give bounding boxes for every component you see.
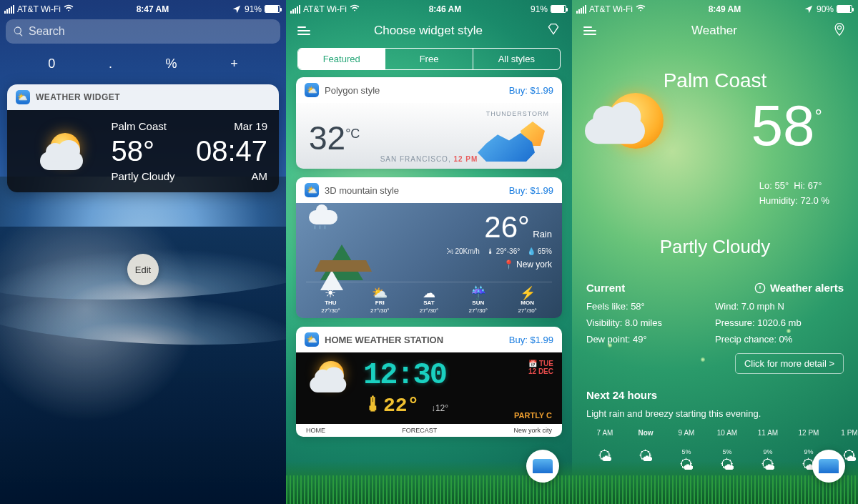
app-icon: ⛅ bbox=[16, 90, 30, 104]
basket-icon bbox=[533, 459, 553, 473]
location-label: SAN FRANCISCO, 12 PM bbox=[380, 155, 478, 163]
app-icon: ⛅ bbox=[305, 183, 319, 197]
search-input[interactable]: Search bbox=[6, 19, 280, 44]
current-block: Current Weather alerts Feels like: 58° W… bbox=[572, 282, 858, 374]
status-time: 8:46 AM bbox=[429, 4, 462, 14]
style-name: Polygon style bbox=[325, 85, 380, 96]
detail-grid: Feels like: 58° Wind: 7.0 mph N Visibili… bbox=[586, 301, 844, 345]
app-icon: ⛅ bbox=[305, 332, 319, 347]
hour-item: 9 AM5%🌤 bbox=[668, 429, 705, 473]
wifi-icon bbox=[636, 3, 646, 15]
next-24-subtitle: Light rain and breezy starting this even… bbox=[586, 408, 844, 419]
status-bar: AT&T Wi-Fi 8:46 AM 91% bbox=[286, 0, 572, 16]
style-card-home-station[interactable]: ⛅HOME WEATHER STATION Buy: $1.99 12:30 🌡… bbox=[296, 327, 562, 437]
hour-item: 7 AM🌤 bbox=[586, 429, 623, 473]
control-row: 0 . % + bbox=[0, 46, 286, 84]
status-bar: AT&T Wi-Fi 8:49 AM 90% bbox=[572, 0, 858, 16]
next-24-heading: Next 24 hours bbox=[586, 389, 844, 401]
signal-icon bbox=[4, 5, 14, 14]
search-placeholder: Search bbox=[29, 25, 65, 38]
date-label: Mar 19 bbox=[175, 120, 267, 132]
city-label: Palm Coast bbox=[572, 69, 858, 92]
signal-icon bbox=[576, 5, 586, 14]
buy-link[interactable]: Buy: $1.99 bbox=[509, 185, 553, 196]
tab-free[interactable]: Free bbox=[385, 49, 473, 69]
wind: Wind: 7.0 mph N bbox=[715, 301, 844, 312]
more-detail-button[interactable]: Click for more detail > bbox=[735, 353, 844, 374]
style-card-polygon[interactable]: ⛅Polygon style Buy: $1.99 32°C THUNDERST… bbox=[296, 77, 562, 169]
wifi-icon bbox=[350, 3, 360, 15]
temperature: 32°C bbox=[309, 119, 360, 157]
style-name: HOME WEATHER STATION bbox=[325, 335, 443, 345]
location-pin-icon[interactable] bbox=[832, 22, 847, 39]
date-column: 📅 TUE 12 DEC bbox=[528, 360, 553, 375]
style-footer: HOME FORECAST New york city bbox=[296, 424, 562, 437]
segment-control: Featured Free All styles bbox=[297, 48, 561, 70]
screen-weather-detail: AT&T Wi-Fi 8:49 AM 90% Weather Palm Coas… bbox=[572, 0, 858, 504]
fab-button[interactable] bbox=[526, 450, 559, 483]
menu-icon[interactable] bbox=[297, 26, 310, 35]
style-preview: ╵╵╵ 26° Rain 🌬 20Km/h 🌡 29°-36° 💧 65% 📍 … bbox=[296, 203, 562, 318]
condition-label: Partly Cloudy bbox=[111, 170, 174, 182]
battery-icon bbox=[265, 5, 280, 13]
edit-button[interactable]: Edit bbox=[127, 254, 159, 285]
carrier-label: AT&T Wi-Fi bbox=[303, 4, 347, 14]
battery-icon bbox=[837, 5, 852, 13]
footer-forecast[interactable]: FORECAST bbox=[402, 427, 437, 434]
screen-header: Choose widget style bbox=[286, 16, 572, 48]
control-pct[interactable]: % bbox=[166, 56, 177, 71]
forecast-day: ⚡MON27°/30° bbox=[503, 287, 552, 314]
fab-button[interactable] bbox=[812, 450, 845, 483]
hour-item: 11 AM9%🌤 bbox=[749, 429, 786, 473]
dew-point: Dew point: 49° bbox=[586, 334, 715, 345]
widget-header: ⛅ WEATHER WIDGET bbox=[7, 84, 279, 110]
partly-cloudy-icon bbox=[40, 133, 90, 170]
precip-chance: Precip chance: 0% bbox=[715, 334, 844, 345]
premium-icon[interactable] bbox=[546, 22, 561, 39]
screen-today-widget: AT&T Wi-Fi 8:47 AM 91% Search 0 . % + ⛅ … bbox=[0, 0, 286, 504]
app-icon: ⛅ bbox=[305, 83, 319, 97]
control-0[interactable]: 0 bbox=[48, 56, 55, 71]
footer-home[interactable]: HOME bbox=[306, 427, 325, 434]
temperature: 58° bbox=[751, 93, 822, 159]
location-label: 📍 New york bbox=[446, 260, 552, 270]
screen-widget-styles: AT&T Wi-Fi 8:46 AM 91% Choose widget sty… bbox=[286, 0, 572, 504]
feels-like: Feels like: 58° bbox=[586, 301, 715, 312]
digital-time: 12:30 bbox=[363, 358, 448, 392]
style-card-header: ⛅Polygon style Buy: $1.99 bbox=[296, 77, 562, 103]
storm-label: THUNDERSTORM bbox=[486, 110, 549, 117]
menu-icon[interactable] bbox=[583, 26, 596, 35]
buy-link[interactable]: Buy: $1.99 bbox=[509, 335, 553, 345]
widget-body: Palm Coast Mar 19 58° 08:47 Partly Cloud… bbox=[7, 110, 279, 192]
tab-featured[interactable]: Featured bbox=[298, 49, 385, 69]
city-label: Palm Coast bbox=[111, 120, 174, 132]
forecast-day: ☀THU27°/30° bbox=[306, 287, 355, 314]
forecast-day: ☁SAT27°/30° bbox=[405, 287, 454, 314]
control-dot[interactable]: . bbox=[109, 56, 112, 71]
status-time: 8:49 AM bbox=[709, 4, 741, 14]
ampm-label: AM bbox=[175, 170, 267, 182]
location-arrow-icon bbox=[232, 4, 242, 14]
polygon-cloud-icon bbox=[478, 119, 549, 162]
stats-row: 🌬 20Km/h 🌡 29°-36° 💧 65% bbox=[446, 247, 552, 255]
condition-label: Rain bbox=[533, 229, 552, 239]
weather-alerts-button[interactable]: Weather alerts bbox=[754, 282, 844, 294]
battery-icon bbox=[551, 5, 566, 13]
condition-label: PARTLY C bbox=[514, 411, 552, 420]
style-card-mountain[interactable]: ⛅3D mountain style Buy: $1.99 ╵╵╵ 26° Ra… bbox=[296, 177, 562, 318]
wifi-icon bbox=[64, 3, 74, 15]
battery-pct: 90% bbox=[817, 4, 834, 14]
visibility: Visibility: 8.0 miles bbox=[586, 317, 715, 328]
style-preview: 12:30 🌡22° ↓12° 📅 TUE 12 DEC PARTLY C bbox=[296, 352, 562, 424]
temperature: 26° bbox=[484, 210, 530, 244]
header-title: Choose widget style bbox=[374, 24, 483, 38]
control-plus[interactable]: + bbox=[230, 56, 238, 71]
hourly-scroll[interactable]: 7 AM🌤 Now🌤 9 AM5%🌤 10 AM5%🌤 11 AM9%🌤 12 … bbox=[586, 429, 844, 473]
pressure: Pressure: 1020.6 mb bbox=[715, 317, 844, 328]
weather-widget[interactable]: ⛅ WEATHER WIDGET Palm Coast Mar 19 58° 0… bbox=[7, 84, 279, 192]
buy-link[interactable]: Buy: $1.99 bbox=[509, 85, 553, 96]
hour-item-now: Now🌤 bbox=[627, 429, 664, 473]
temperature: 58° bbox=[111, 135, 174, 167]
tab-all-styles[interactable]: All styles bbox=[473, 49, 560, 69]
location-arrow-icon bbox=[804, 4, 814, 14]
